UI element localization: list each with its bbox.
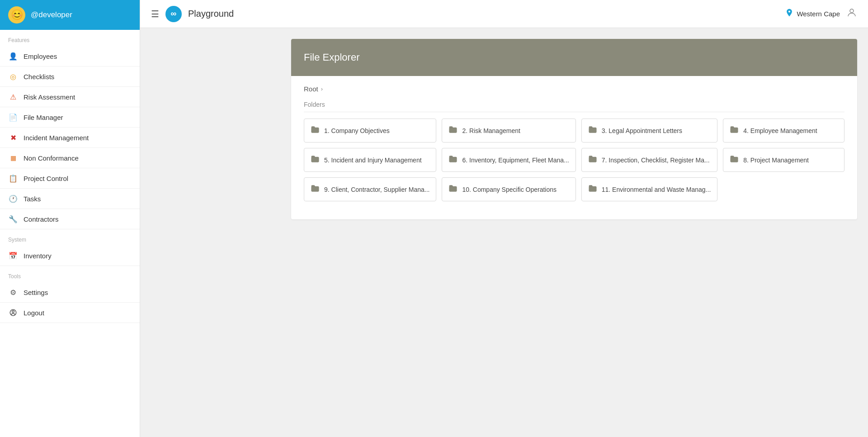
checklist-icon: ◎	[8, 71, 18, 81]
user-profile-icon[interactable]	[846, 7, 857, 21]
sidebar-label-checklists: Checklists	[24, 73, 54, 81]
folder-name: 11. Environmental and Waste Manag...	[602, 186, 711, 193]
folder-icon	[448, 155, 458, 165]
hamburger-icon[interactable]: ☰	[151, 9, 159, 19]
folder-name: 1. Company Objectives	[324, 127, 390, 134]
sidebar-item-employees[interactable]: 👤 Employees	[0, 46, 140, 66]
folder-name: 6. Inventory, Equipment, Fleet Mana...	[462, 157, 569, 164]
folder-item-folder-11[interactable]: 11. Environmental and Waste Manag...	[581, 177, 718, 201]
sidebar-username: @developer	[31, 10, 72, 19]
svg-point-1	[12, 311, 14, 313]
settings-icon: ⚙	[8, 287, 18, 297]
sidebar-item-risk-assessment[interactable]: ⚠ Risk Assessment	[0, 87, 140, 107]
project-icon: 📋	[8, 173, 18, 183]
sidebar-item-file-manager[interactable]: 📄 File Manager	[0, 107, 140, 128]
folder-name: 8. Project Management	[743, 157, 809, 164]
folder-icon	[448, 125, 458, 136]
svg-point-2	[850, 9, 854, 13]
sidebar-item-settings[interactable]: ⚙ Settings	[0, 282, 140, 303]
incident-icon: ✖	[8, 133, 18, 142]
folders-grid: 1. Company Objectives 2. Risk Management…	[304, 119, 844, 201]
folder-icon	[311, 184, 320, 195]
folders-label: Folders	[304, 101, 844, 112]
sidebar-section-features: Features	[0, 30, 140, 46]
sidebar-item-tasks[interactable]: 🕐 Tasks	[0, 189, 140, 209]
location-selector[interactable]: Western Cape	[785, 8, 840, 19]
folder-name: 2. Risk Management	[462, 127, 520, 134]
sidebar-section-tools: Tools	[0, 266, 140, 282]
sidebar-header: 😊 @developer	[0, 0, 140, 30]
folder-item-folder-1[interactable]: 1. Company Objectives	[304, 119, 436, 142]
folder-item-folder-2[interactable]: 2. Risk Management	[442, 119, 576, 142]
file-explorer-body: Root › Folders 1. Company Objectives 2. …	[291, 76, 857, 219]
folder-name: 10. Company Specific Operations	[462, 186, 557, 193]
sidebar: 😊 @developer Features 👤 Employees ◎ Chec…	[0, 0, 140, 437]
folder-icon	[588, 155, 597, 165]
folder-icon	[311, 125, 320, 136]
folder-item-folder-5[interactable]: 5. Incident and Injury Management	[304, 148, 436, 172]
nonconformance-icon: ▦	[8, 153, 18, 163]
file-icon: 📄	[8, 112, 18, 122]
folder-item-folder-9[interactable]: 9. Client, Contractor, Supplier Mana...	[304, 177, 436, 201]
sidebar-item-logout[interactable]: Logout	[0, 303, 140, 323]
main-content: File Explorer Root › Folders 1. Company …	[280, 28, 868, 437]
folder-name: 3. Legal Appointment Letters	[602, 127, 682, 134]
folder-icon	[588, 125, 597, 136]
folder-item-folder-10[interactable]: 10. Company Specific Operations	[442, 177, 576, 201]
sidebar-label-tasks: Tasks	[24, 195, 41, 203]
location-label: Western Cape	[797, 10, 840, 18]
folder-name: 5. Incident and Injury Management	[324, 157, 422, 164]
file-explorer-card: File Explorer Root › Folders 1. Company …	[291, 39, 857, 219]
folder-icon	[730, 125, 739, 136]
warning-icon: ⚠	[8, 92, 18, 102]
folder-icon	[730, 155, 739, 165]
sidebar-item-checklists[interactable]: ◎ Checklists	[0, 66, 140, 87]
folder-item-folder-6[interactable]: 6. Inventory, Equipment, Fleet Mana...	[442, 148, 576, 172]
person-icon: 👤	[8, 51, 18, 61]
sidebar-item-incident-management[interactable]: ✖ Incident Management	[0, 128, 140, 148]
logout-icon	[8, 308, 18, 318]
sidebar-label-employees: Employees	[24, 52, 57, 60]
folder-item-folder-4[interactable]: 4. Employee Management	[723, 119, 844, 142]
sidebar-label-file-manager: File Manager	[24, 114, 63, 121]
folder-item-folder-8[interactable]: 8. Project Management	[723, 148, 844, 172]
location-icon	[785, 8, 794, 19]
contractors-icon: 🔧	[8, 214, 18, 224]
sidebar-label-project-control: Project Control	[24, 175, 68, 182]
avatar: 😊	[8, 6, 25, 24]
folder-icon	[588, 184, 597, 195]
breadcrumb-root[interactable]: Root	[304, 85, 318, 93]
sidebar-item-project-control[interactable]: 📋 Project Control	[0, 168, 140, 189]
breadcrumb: Root ›	[304, 85, 844, 93]
sidebar-item-contractors[interactable]: 🔧 Contractors	[0, 209, 140, 229]
folder-name: 7. Inspection, Checklist, Register Ma...	[602, 157, 710, 164]
file-explorer-header: File Explorer	[291, 39, 857, 76]
file-explorer-title: File Explorer	[304, 52, 844, 63]
sidebar-label-settings: Settings	[24, 289, 48, 296]
sidebar-item-non-conformance[interactable]: ▦ Non Conformance	[0, 148, 140, 168]
sidebar-label-risk-assessment: Risk Assessment	[24, 93, 75, 101]
inventory-icon: 📅	[8, 251, 18, 261]
topbar-title: Playground	[188, 9, 778, 19]
folder-name: 4. Employee Management	[743, 127, 817, 134]
folder-icon	[311, 155, 320, 165]
topbar-right: Western Cape	[785, 7, 857, 21]
folder-item-folder-7[interactable]: 7. Inspection, Checklist, Register Ma...	[581, 148, 718, 172]
sidebar-label-inventory: Inventory	[24, 252, 52, 260]
breadcrumb-chevron-icon: ›	[321, 86, 323, 92]
sidebar-label-non-conformance: Non Conformance	[24, 154, 79, 162]
sidebar-label-incident-management: Incident Management	[24, 134, 89, 142]
topbar: ☰ ∞ Playground Western Cape	[140, 0, 868, 28]
sidebar-label-logout: Logout	[24, 309, 44, 317]
folder-icon	[448, 184, 458, 195]
app-logo: ∞	[165, 6, 182, 22]
sidebar-section-system: System	[0, 229, 140, 246]
folder-name: 9. Client, Contractor, Supplier Mana...	[324, 186, 429, 193]
sidebar-label-contractors: Contractors	[24, 215, 59, 223]
tasks-icon: 🕐	[8, 194, 18, 204]
folder-item-folder-3[interactable]: 3. Legal Appointment Letters	[581, 119, 718, 142]
sidebar-item-inventory[interactable]: 📅 Inventory	[0, 246, 140, 266]
